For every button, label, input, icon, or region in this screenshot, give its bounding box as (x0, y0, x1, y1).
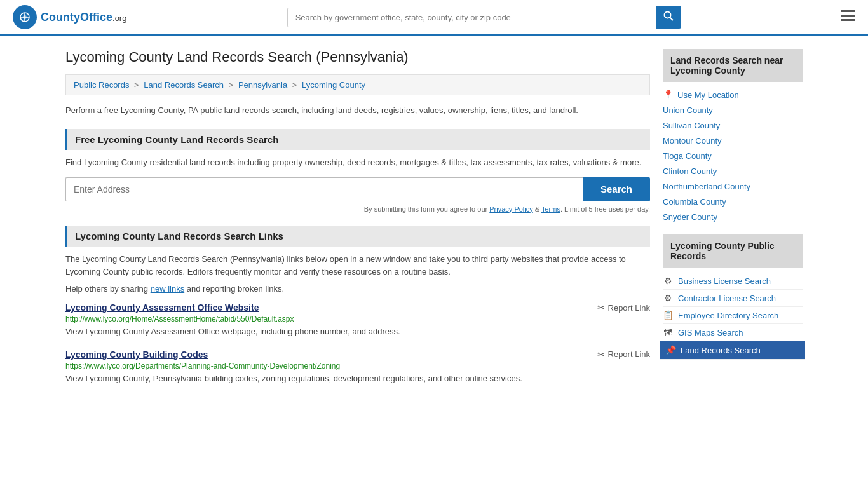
breadcrumb: Public Records > Land Records Search > P… (65, 74, 650, 95)
links-description: The Lycoming County Land Records Search … (65, 253, 650, 280)
sidebar-county-item[interactable]: Union County (663, 102, 803, 118)
sidebar-county-item[interactable]: Clinton County (663, 163, 803, 179)
link-title-0[interactable]: Lycoming County Assessment Office Websit… (65, 302, 259, 313)
sidebar-public-record-item[interactable]: 🗺 GIS Maps Search (663, 324, 803, 341)
page-description: Perform a free Lycoming County, PA publi… (65, 104, 650, 118)
sidebar-county-link-7[interactable]: Snyder County (663, 212, 717, 222)
record-icon-1: ⚙ (663, 293, 673, 303)
public-records-header: Lycoming County Public Records (663, 234, 803, 268)
record-icon-2: 📋 (663, 310, 673, 320)
address-input[interactable] (65, 177, 583, 201)
breadcrumb-pennsylvania[interactable]: Pennsylvania (238, 80, 287, 90)
record-link-0[interactable]: Business License Search (678, 276, 771, 286)
header-search-input[interactable] (287, 8, 656, 27)
svg-rect-6 (841, 15, 855, 17)
sidebar-county-link-0[interactable]: Union County (663, 105, 713, 115)
sidebar-public-record-item[interactable]: ⚙ Business License Search (663, 273, 803, 290)
breadcrumb-public-records[interactable]: Public Records (74, 80, 129, 90)
sidebar-county-link-3[interactable]: Tioga County (663, 151, 712, 161)
sidebar-county-link-5[interactable]: Northumberland County (663, 182, 750, 191)
form-disclaimer: By submitting this form you agree to our… (65, 205, 650, 213)
svg-rect-7 (841, 19, 855, 21)
record-icon-3: 🗺 (663, 327, 673, 337)
page-title: Lycoming County Land Records Search (Pen… (65, 49, 650, 65)
use-my-location-link[interactable]: Use My Location (677, 90, 739, 100)
logo-icon (13, 5, 37, 29)
search-button[interactable]: Search (583, 177, 650, 201)
report-link-button-0[interactable]: ✂ Report Link (597, 302, 650, 313)
link-item: Lycoming County Assessment Office Websit… (65, 302, 650, 338)
free-search-section: Free Lycoming County Land Records Search… (65, 129, 650, 213)
hamburger-icon (841, 10, 855, 22)
record-link-3[interactable]: GIS Maps Search (678, 328, 743, 337)
link-item-header: Lycoming County Assessment Office Websit… (65, 302, 650, 313)
new-links-link[interactable]: new links (151, 284, 184, 294)
header-search-button[interactable] (656, 6, 681, 29)
link-items-container: Lycoming County Assessment Office Websit… (65, 302, 650, 384)
scissors-icon: ✂ (597, 302, 605, 313)
record-icon-4: 📌 (665, 345, 675, 355)
sidebar-county-item[interactable]: Snyder County (663, 209, 803, 224)
record-link-2[interactable]: Employee Directory Search (678, 311, 778, 320)
report-link-button-1[interactable]: ✂ Report Link (597, 349, 650, 360)
logo: CountyOffice.org (13, 5, 126, 29)
sidebar-county-item[interactable]: Tioga County (663, 148, 803, 163)
link-desc-0: View Lycoming County Assessment Office w… (65, 325, 650, 338)
public-records-list: ⚙ Business License Search ⚙ Contractor L… (663, 273, 803, 360)
free-search-header: Free Lycoming County Land Records Search (65, 129, 650, 150)
menu-button[interactable] (841, 9, 855, 25)
free-search-description: Find Lycoming County residential land re… (65, 156, 650, 170)
svg-point-2 (23, 15, 27, 19)
nearby-header: Land Records Search near Lycoming County (663, 49, 803, 82)
sidebar: Land Records Search near Lycoming County… (663, 49, 803, 397)
header-search-area (287, 6, 681, 29)
link-url-1: https://www.lyco.org/Departments/Plannin… (65, 362, 650, 370)
sidebar-public-record-item[interactable]: ⚙ Contractor License Search (663, 290, 803, 307)
search-icon (663, 11, 674, 21)
links-section-header: Lycoming County Land Records Search Link… (65, 226, 650, 247)
svg-point-3 (664, 12, 670, 18)
record-link-1[interactable]: Contractor License Search (678, 294, 776, 303)
main-content: Lycoming County Land Records Search (Pen… (65, 49, 650, 397)
sidebar-county-link-6[interactable]: Columbia County (663, 197, 726, 207)
privacy-policy-link[interactable]: Privacy Policy (489, 205, 532, 213)
sidebar-county-link-2[interactable]: Montour County (663, 136, 722, 146)
svg-line-4 (670, 18, 673, 21)
sidebar-county-item[interactable]: Northumberland County (663, 179, 803, 194)
links-section: Lycoming County Land Records Search Link… (65, 226, 650, 385)
link-item-header: Lycoming County Building Codes ✂ Report … (65, 349, 650, 360)
header: CountyOffice.org (0, 0, 868, 36)
sidebar-county-item[interactable]: Sullivan County (663, 118, 803, 133)
svg-rect-5 (841, 10, 855, 12)
nearby-counties-list: 📍 Use My Location Union CountySullivan C… (663, 87, 803, 224)
sidebar-county-item[interactable]: Montour County (663, 133, 803, 148)
location-pin-icon: 📍 (663, 90, 674, 100)
breadcrumb-land-records-search[interactable]: Land Records Search (144, 80, 224, 90)
use-my-location-item[interactable]: 📍 Use My Location (663, 87, 803, 102)
sidebar-county-link-4[interactable]: Clinton County (663, 166, 717, 176)
terms-link[interactable]: Terms (541, 205, 560, 213)
link-url-0: http://www.lyco.org/Home/AssessmentHome/… (65, 315, 650, 323)
link-title-1[interactable]: Lycoming County Building Codes (65, 349, 208, 360)
logo-text: CountyOffice.org (41, 11, 126, 24)
share-note: Help others by sharing new links and rep… (65, 284, 650, 294)
main-container: Lycoming County Land Records Search (Pen… (53, 36, 815, 410)
sidebar-county-item[interactable]: Columbia County (663, 194, 803, 209)
record-link-4[interactable]: Land Records Search (681, 346, 761, 355)
scissors-icon: ✂ (597, 349, 605, 360)
sidebar-public-record-item[interactable]: 📌 Land Records Search (660, 341, 805, 360)
sidebar-public-record-item[interactable]: 📋 Employee Directory Search (663, 307, 803, 324)
link-desc-1: View Lycoming County, Pennsylvania build… (65, 372, 650, 385)
link-item: Lycoming County Building Codes ✂ Report … (65, 349, 650, 385)
sidebar-county-link-1[interactable]: Sullivan County (663, 121, 720, 130)
address-form: Search (65, 177, 650, 201)
record-icon-0: ⚙ (663, 276, 673, 286)
breadcrumb-lycoming-county[interactable]: Lycoming County (302, 80, 365, 90)
